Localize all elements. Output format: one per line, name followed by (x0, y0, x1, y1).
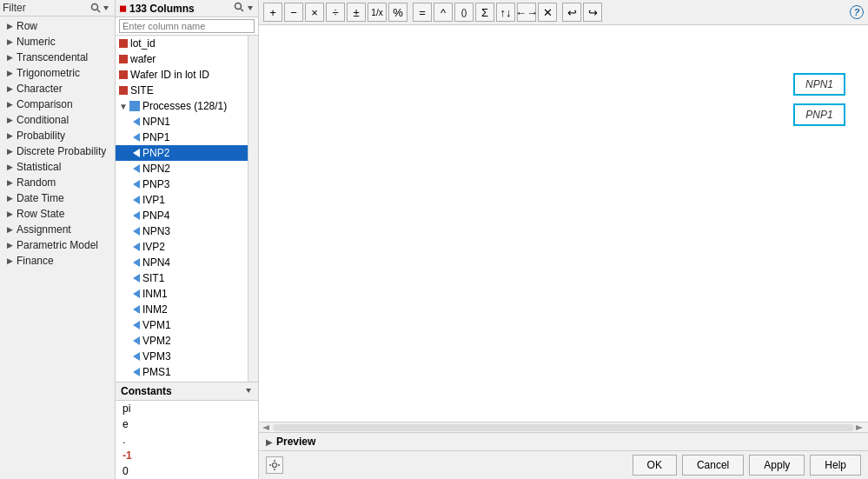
sidebar-item-random[interactable]: ▶Random (0, 175, 115, 190)
toolbar-sort-asc-button[interactable]: ↑↓ (496, 3, 515, 22)
column-subitem-ivp2[interactable]: IVP2 (116, 239, 248, 255)
column-subitem-vpm3[interactable]: VPM3 (116, 349, 248, 364)
column-group-processes[interactable]: ▼ Processes (128/1) (116, 98, 248, 114)
preview-toggle-icon[interactable]: ▶ (266, 437, 273, 447)
column-subitem-pnp2[interactable]: PNP2 (116, 145, 248, 161)
sidebar-item-trigonometric[interactable]: ▶Trigonometric (0, 65, 115, 81)
sidebar-item-character[interactable]: ▶Character (0, 81, 115, 96)
column-scrollbar[interactable] (248, 36, 258, 382)
sidebar-item-row[interactable]: ▶Row (0, 18, 115, 34)
constants-item-0[interactable]: 0 (116, 463, 258, 479)
sidebar-item-probability[interactable]: ▶Probability (0, 128, 115, 143)
column-subitem-pms1[interactable]: PMS1 (116, 364, 248, 380)
column-subitem-sit1[interactable]: SIT1 (116, 270, 248, 286)
sidebar-item-finance[interactable]: ▶Finance (0, 253, 115, 269)
toolbar-add-button[interactable]: + (263, 3, 282, 22)
cancel-button[interactable]: Cancel (682, 455, 744, 476)
toolbar-clear-button[interactable]: ✕ (538, 3, 557, 22)
svg-line-1 (97, 10, 100, 12)
toolbar-percent-button[interactable]: % (388, 3, 407, 22)
sidebar-item-numeric[interactable]: ▶Numeric (0, 34, 115, 50)
column-item-wafer[interactable]: wafer (116, 51, 248, 67)
constants-header[interactable]: Constants (116, 383, 258, 401)
sidebar-item-transcendental[interactable]: ▶Transcendental (0, 50, 115, 65)
column-subitem-ivp1[interactable]: IVP1 (116, 192, 248, 208)
column-subitem-npn2[interactable]: NPN2 (116, 161, 248, 176)
group-label: Processes (128/1) (142, 100, 227, 112)
column-item-wafer-id[interactable]: Wafer ID in lot ID (116, 67, 248, 83)
svg-point-0 (92, 4, 98, 10)
apply-button[interactable]: Apply (749, 455, 805, 476)
filter-dropdown-icon[interactable] (102, 3, 112, 13)
column-subitem-pnp1[interactable]: PNP1 (116, 130, 248, 145)
column-dropdown-icon[interactable] (246, 3, 255, 15)
column-subitem-inm2[interactable]: INM2 (116, 302, 248, 317)
middle-panel: ◼ 133 Columns lot_id wafer (116, 0, 259, 479)
tri-icon (133, 243, 140, 251)
toolbar-divide-button[interactable]: ÷ (326, 3, 345, 22)
column-subitem-vpm2[interactable]: VPM2 (116, 333, 248, 349)
constants-item-e[interactable]: e (116, 416, 258, 432)
tri-icon (133, 227, 140, 236)
column-subitem-inm1[interactable]: INM1 (116, 286, 248, 302)
sidebar-item-assignment[interactable]: ▶Assignment (0, 222, 115, 237)
constants-item-pi[interactable]: pi (116, 401, 258, 416)
column-list: lot_id wafer Wafer ID in lot ID SITE ▼ (116, 36, 248, 382)
toolbar-multiply-button[interactable]: × (305, 3, 324, 22)
settings-icon[interactable] (266, 456, 283, 474)
constants-dropdown-icon[interactable] (244, 385, 253, 397)
sidebar-item-parametricmodel[interactable]: ▶Parametric Model (0, 237, 115, 253)
canvas-node-npn1[interactable]: NPN1 (793, 73, 845, 96)
filter-search-icon[interactable] (89, 2, 102, 14)
column-subitem-pnp3[interactable]: PNP3 (116, 176, 248, 192)
svg-point-12 (269, 464, 271, 466)
toolbar-parens-button[interactable]: () (454, 3, 474, 22)
constants-item-dot[interactable]: . (116, 432, 258, 448)
svg-point-11 (274, 469, 275, 470)
toolbar-caret-button[interactable]: ^ (434, 3, 453, 22)
canvas-node-pnp1[interactable]: PNP1 (793, 103, 845, 126)
column-filter-input[interactable] (119, 19, 255, 33)
svg-point-9 (273, 463, 277, 468)
toolbar-sum-button[interactable]: Σ (475, 3, 494, 22)
sidebar-item-conditional[interactable]: ▶Conditional (0, 112, 115, 128)
bar-icon (119, 70, 128, 79)
column-item-lot-id[interactable]: lot_id (116, 36, 248, 51)
sidebar-item-comparison[interactable]: ▶Comparison (0, 96, 115, 112)
column-subitem-pnp4[interactable]: PNP4 (116, 208, 248, 223)
scroll-right-icon[interactable] (854, 423, 866, 432)
tri-icon (133, 117, 140, 126)
canvas-scrollbar-h[interactable] (259, 422, 868, 432)
toolbar-undo-button[interactable]: ↩ (562, 3, 581, 22)
sidebar-item-discrete-probability[interactable]: ▶Discrete Probability (0, 143, 115, 159)
help-button[interactable]: Help (810, 455, 861, 476)
toolbar-redo-button[interactable]: ↪ (583, 3, 602, 22)
toolbar: + − × ÷ ± 1/x % = ^ () Σ ↑↓ ←→ ✕ ↩ ↪ ? (259, 0, 868, 25)
scrollbar-track[interactable] (273, 424, 854, 431)
column-item-site[interactable]: SITE (116, 83, 248, 98)
left-sidebar: Filter ▶Row ▶Numeric ▶Transcendental ▶Tr… (0, 0, 116, 479)
column-subitem-npn3[interactable]: NPN3 (116, 223, 248, 239)
toolbar-reciprocal-button[interactable]: 1/x (368, 3, 387, 22)
ok-button[interactable]: OK (633, 455, 677, 476)
sidebar-item-rowstate[interactable]: ▶Row State (0, 206, 115, 222)
sidebar-items-list: ▶Row ▶Numeric ▶Transcendental ▶Trigonome… (0, 17, 115, 479)
column-subitem-npn1[interactable]: NPN1 (116, 114, 248, 130)
bar-icon (119, 55, 128, 63)
toolbar-subtract-button[interactable]: − (284, 3, 303, 22)
tri-icon (133, 211, 140, 220)
svg-marker-7 (262, 425, 269, 430)
tri-icon (133, 336, 140, 345)
sidebar-item-statistical[interactable]: ▶Statistical (0, 159, 115, 175)
help-icon[interactable]: ? (850, 5, 864, 19)
column-subitem-vpm1[interactable]: VPM1 (116, 317, 248, 333)
sidebar-item-datetime[interactable]: ▶Date Time (0, 190, 115, 206)
scroll-left-icon[interactable] (261, 423, 273, 432)
column-subitem-npn4[interactable]: NPN4 (116, 255, 248, 270)
toolbar-plusminus-button[interactable]: ± (347, 3, 366, 22)
toolbar-equals-button[interactable]: = (413, 3, 432, 22)
canvas-workspace[interactable]: NPN1 PNP1 (259, 25, 868, 422)
toolbar-sort-lr-button[interactable]: ←→ (517, 3, 536, 22)
constants-item-neg1[interactable]: -1 (116, 448, 258, 463)
column-search-icon[interactable] (234, 2, 244, 15)
